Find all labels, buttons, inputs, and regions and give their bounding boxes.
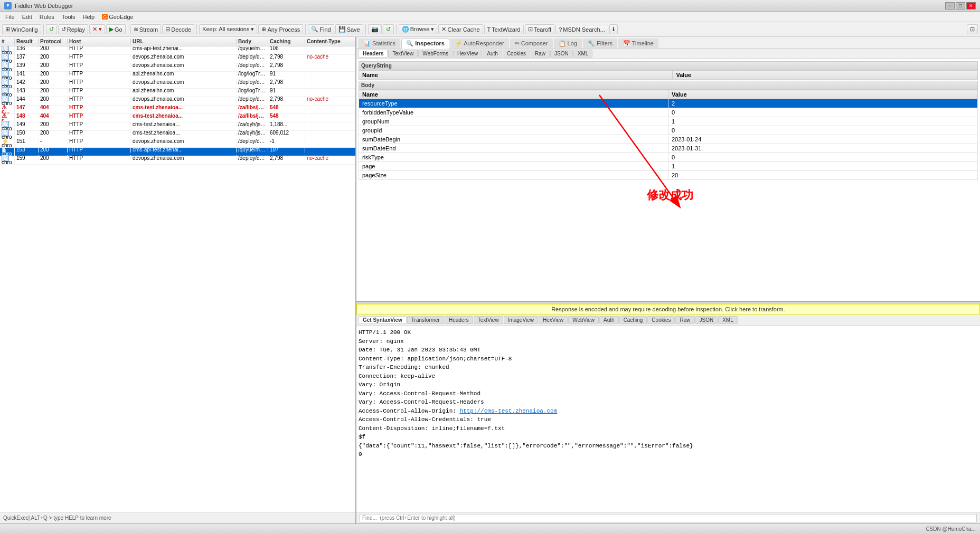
body-table: Name Value resourceType 2 forbiddenTypeV…: [359, 90, 978, 180]
tab-timeline[interactable]: 📅 Timeline: [618, 39, 658, 48]
inspector-panel: 📊 Statistics 🔍 Inspectors ⚡ AutoResponde…: [356, 37, 980, 523]
timer-button[interactable]: ↺: [383, 24, 394, 34]
resp-tab-auth[interactable]: Auth: [599, 316, 619, 324]
go-button[interactable]: ▶ Go: [106, 24, 126, 34]
keep-sessions-button[interactable]: Keep: All sessions ▾: [199, 24, 257, 34]
close-button[interactable]: ✕: [966, 2, 976, 9]
resp-tab-textview[interactable]: TextView: [474, 316, 503, 324]
querystring-table: Name Value: [359, 70, 978, 80]
body-table-row[interactable]: groupNum 1: [359, 117, 978, 126]
tab-log[interactable]: 📋 Log: [554, 39, 582, 48]
response-banner[interactable]: Response is encoded and may require deco…: [356, 304, 980, 314]
refresh-button[interactable]: ↺: [46, 24, 57, 34]
resp-tab-headers[interactable]: Headers: [445, 316, 473, 324]
resp-tab-hexview[interactable]: HexView: [539, 316, 568, 324]
save-button[interactable]: 💾 Save: [335, 24, 363, 34]
tab-statistics[interactable]: 📊 Statistics: [359, 39, 400, 48]
req-tab-headers[interactable]: Headers: [359, 50, 388, 58]
req-tab-json[interactable]: JSON: [550, 50, 573, 58]
menu-edit[interactable]: Edit: [19, 13, 35, 21]
col-host: Host: [68, 39, 131, 44]
msdn-search-button[interactable]: ? MSDN Search...: [555, 25, 608, 34]
body-table-row[interactable]: sumDateBegin 2023-01-24: [359, 135, 978, 144]
resp-tab-webview[interactable]: WebView: [568, 316, 599, 324]
tab-filters[interactable]: 🔧 Filters: [583, 39, 617, 48]
decode-button[interactable]: ⊟ Decode: [162, 24, 194, 34]
req-tab-textview[interactable]: TextView: [388, 50, 418, 58]
clear-cache-button[interactable]: ✕ Clear Cache: [438, 24, 483, 34]
close-x-button[interactable]: ✕ ▾: [89, 24, 105, 34]
request-content: QueryString Name Value: [356, 59, 980, 301]
any-process-button[interactable]: ⊕ Any Process: [258, 24, 303, 34]
body-table-row[interactable]: forbiddenTypeValue 0: [359, 108, 978, 117]
app-icon: F: [4, 2, 12, 9]
body-row-name: forbiddenTypeValue: [359, 108, 668, 117]
replay-button[interactable]: ↺ Replay: [58, 24, 88, 34]
minimize-button[interactable]: −: [945, 2, 955, 9]
req-tab-hexview[interactable]: HexView: [453, 50, 482, 58]
req-tab-webforms[interactable]: WebForms: [418, 50, 453, 58]
close-x-icon: ✕ ▾: [92, 26, 102, 33]
request-inspector: Headers TextView WebForms HexView Auth C…: [356, 49, 980, 302]
session-row[interactable]: 📄 159 200 HTTP devops.zhenaioa.com /depl…: [0, 156, 355, 165]
screenshot-button[interactable]: 📷: [368, 24, 382, 34]
qs-col-value: Value: [673, 71, 978, 80]
response-content: HTTP/1.1 200 OKServer: nginxDate: Tue, 3…: [356, 326, 980, 512]
winconfig-button[interactable]: ⊞ WinConfig: [2, 24, 41, 34]
tab-inspectors[interactable]: 🔍 Inspectors: [401, 39, 449, 49]
composer-icon: ✏: [515, 40, 520, 46]
tab-composer[interactable]: ✏ Composer: [510, 39, 553, 48]
body-table-row[interactable]: page 1: [359, 162, 978, 171]
body-section: Body Name Value resourceType 2 forbidden…: [359, 81, 978, 180]
menu-help[interactable]: Help: [80, 13, 98, 21]
text-wizard-button[interactable]: T TextWizard: [484, 25, 524, 34]
resp-tab-cookies[interactable]: Cookies: [647, 316, 675, 324]
resp-tab-xml[interactable]: XML: [718, 316, 738, 324]
resp-tab-syntaxview[interactable]: Get SyntaxView: [359, 316, 407, 324]
browse-button[interactable]: 🌐 Browse ▾: [399, 24, 438, 34]
body-row-value: 0: [668, 108, 978, 117]
tearoff-button[interactable]: ⊡ Tearoff: [525, 24, 554, 34]
col-body: Body: [237, 39, 268, 44]
window-controls[interactable]: − □ ✕: [945, 2, 976, 9]
resp-tab-caching[interactable]: Caching: [619, 316, 647, 324]
menu-tools[interactable]: Tools: [59, 13, 79, 21]
save-icon: 💾: [338, 26, 346, 33]
body-table-row[interactable]: sumDateEnd 2023-01-31: [359, 144, 978, 153]
tab-autoresponder[interactable]: ⚡ AutoResponder: [450, 39, 509, 48]
resp-tab-transformer[interactable]: Transformer: [407, 316, 444, 324]
menu-file[interactable]: File: [2, 13, 18, 21]
quickexec-label: QuickExec| ALT+Q > type HELP to learn mo…: [3, 515, 111, 521]
resp-tab-json[interactable]: JSON: [695, 316, 718, 324]
body-table-row[interactable]: riskType 0: [359, 153, 978, 162]
title-bar: F Fiddler Web Debugger − □ ✕: [0, 0, 980, 12]
response-tabs: Get SyntaxView Transformer Headers TextV…: [356, 314, 980, 326]
req-tab-auth[interactable]: Auth: [483, 50, 502, 58]
response-line: Access-Control-Allow-Origin: http://cms-…: [359, 407, 978, 416]
req-tab-raw[interactable]: Raw: [531, 50, 550, 58]
body-table-row[interactable]: groupId 0: [359, 126, 978, 135]
top-right-button[interactable]: ⊡: [967, 24, 978, 34]
body-table-row[interactable]: pageSize 20: [359, 171, 978, 180]
body-row-name: pageSize: [359, 171, 668, 180]
stream-button[interactable]: ≋ Stream: [130, 24, 161, 34]
req-tab-cookies[interactable]: Cookies: [503, 50, 530, 58]
find-button[interactable]: 🔍 Find: [308, 24, 334, 34]
timer-icon: ↺: [386, 26, 391, 33]
resp-tab-imageview[interactable]: ImageView: [504, 316, 538, 324]
response-link[interactable]: http://cms-test.zhenaioa.com: [459, 408, 557, 414]
inspectors-icon: 🔍: [406, 40, 413, 46]
response-line: Content-Type: application/json;charset=U…: [359, 355, 978, 364]
resp-tab-raw[interactable]: Raw: [675, 316, 694, 324]
response-line: $f: [359, 433, 978, 442]
body-row-name: resourceType: [359, 99, 668, 108]
restore-button[interactable]: □: [956, 2, 965, 9]
info-button[interactable]: ℹ: [609, 24, 618, 34]
body-row-name: sumDateEnd: [359, 144, 668, 153]
sessions-list: 📄 136 200 HTTP cms-api-test.zhenai... /q…: [0, 46, 355, 512]
req-tab-xml[interactable]: XML: [573, 50, 593, 58]
body-table-row[interactable]: resourceType 2: [359, 99, 978, 108]
menu-rules[interactable]: Rules: [36, 13, 58, 21]
menu-geoedge[interactable]: GGeoEdge: [99, 13, 137, 21]
response-find-input[interactable]: [360, 514, 977, 522]
